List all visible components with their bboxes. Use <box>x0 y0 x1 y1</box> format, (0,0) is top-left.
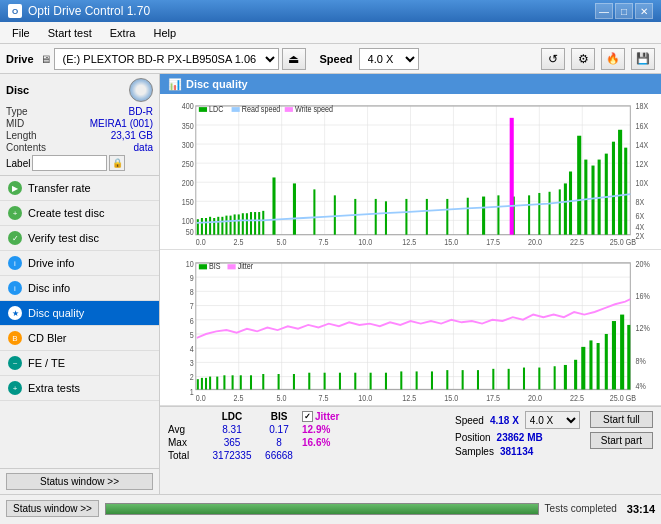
sidebar-item-drive-info[interactable]: i Drive info <box>0 251 159 276</box>
svg-rect-41 <box>385 201 387 234</box>
svg-rect-38 <box>334 195 336 234</box>
svg-rect-42 <box>405 199 407 235</box>
burn-button[interactable]: 🔥 <box>601 48 625 70</box>
sidebar-spacer <box>0 401 159 468</box>
svg-text:4: 4 <box>190 344 194 354</box>
svg-text:17.5: 17.5 <box>486 393 500 403</box>
speed-select[interactable]: 4.0 X <box>359 48 419 70</box>
speed-dropdown[interactable]: 4.0 X <box>525 411 580 429</box>
disc-length-row: Length 23,31 GB <box>6 130 153 141</box>
extra-tests-icon: + <box>8 381 22 395</box>
svg-rect-44 <box>446 199 448 235</box>
svg-text:2.5: 2.5 <box>234 393 244 403</box>
svg-rect-135 <box>385 373 387 390</box>
close-button[interactable]: ✕ <box>635 3 653 19</box>
stats-avg-bis: 0.17 <box>260 424 298 435</box>
minimize-button[interactable]: — <box>595 3 613 19</box>
position-row: Position 23862 MB <box>455 432 580 443</box>
svg-text:9: 9 <box>190 273 194 283</box>
sidebar-item-cd-bler[interactable]: B CD Bler <box>0 326 159 351</box>
start-full-button[interactable]: Start full <box>590 411 653 428</box>
jitter-checkbox[interactable]: ✓ <box>302 411 313 422</box>
settings-button[interactable]: ⚙ <box>571 48 595 70</box>
svg-rect-63 <box>510 118 514 235</box>
menu-extra[interactable]: Extra <box>102 25 144 41</box>
drive-select[interactable]: (E:) PLEXTOR BD-R PX-LB950SA 1.06 <box>54 48 279 70</box>
sidebar-item-fe-te[interactable]: ~ FE / TE <box>0 351 159 376</box>
label-lock-button[interactable]: 🔒 <box>109 155 125 171</box>
refresh-button[interactable]: ↺ <box>541 48 565 70</box>
cd-bler-icon: B <box>8 331 22 345</box>
svg-rect-120 <box>205 378 207 390</box>
disc-contents-label: Contents <box>6 142 46 153</box>
disc-info-label: Disc info <box>28 282 70 294</box>
extra-tests-label: Extra tests <box>28 382 80 394</box>
menu-start-test[interactable]: Start test <box>40 25 100 41</box>
svg-text:350: 350 <box>182 121 195 131</box>
svg-rect-133 <box>354 373 356 390</box>
disc-mid-value: MEIRA1 (001) <box>90 118 153 129</box>
sidebar-item-disc-info[interactable]: i Disc info <box>0 276 159 301</box>
drive-info-label: Drive info <box>28 257 74 269</box>
stats-ldc-header: LDC <box>208 411 256 422</box>
svg-text:7.5: 7.5 <box>318 393 328 403</box>
svg-rect-96 <box>285 107 293 112</box>
svg-rect-118 <box>197 379 199 389</box>
status-window-btn-bottom[interactable]: Status window >> <box>6 500 99 517</box>
svg-text:LDC: LDC <box>209 104 224 114</box>
stats-header: LDC BIS ✓ Jitter <box>168 411 362 422</box>
svg-text:17.5: 17.5 <box>486 238 500 248</box>
disc-panel-header: Disc <box>6 78 153 102</box>
save-button[interactable]: 💾 <box>631 48 655 70</box>
svg-rect-126 <box>250 375 252 389</box>
content-area: 📊 Disc quality <box>160 74 661 494</box>
sidebar-item-transfer-rate[interactable]: ▶ Transfer rate <box>0 176 159 201</box>
sidebar-item-verify-test-disc[interactable]: ✓ Verify test disc <box>0 226 159 251</box>
svg-rect-19 <box>201 218 203 235</box>
svg-rect-20 <box>205 218 207 235</box>
svg-rect-24 <box>221 217 223 235</box>
title-bar: O Opti Drive Control 1.70 — □ ✕ <box>0 0 661 22</box>
stats-bis-header: BIS <box>260 411 298 422</box>
svg-rect-137 <box>416 371 418 389</box>
svg-rect-27 <box>234 214 236 234</box>
top-chart-svg: 400 350 300 250 200 150 100 50 18X 16X 1… <box>160 94 661 249</box>
menu-help[interactable]: Help <box>145 25 184 41</box>
menu-bar: File Start test Extra Help <box>0 22 661 44</box>
label-input[interactable] <box>32 155 107 171</box>
svg-rect-56 <box>584 160 587 235</box>
status-time: 33:14 <box>627 503 655 515</box>
stats-total-label: Total <box>168 450 204 461</box>
status-window-button[interactable]: Status window >> <box>6 473 153 490</box>
svg-text:10X: 10X <box>635 178 648 188</box>
sidebar-item-extra-tests[interactable]: + Extra tests <box>0 376 159 401</box>
speed-label: Speed <box>455 415 484 426</box>
sidebar-item-create-test-disc[interactable]: + Create test disc <box>0 201 159 226</box>
svg-rect-47 <box>497 195 499 234</box>
eject-button[interactable]: ⏏ <box>282 48 306 70</box>
svg-rect-146 <box>554 366 556 389</box>
disc-label-input-row: Label 🔒 <box>6 155 153 171</box>
svg-text:22.5: 22.5 <box>570 238 584 248</box>
samples-row: Samples 381134 <box>455 446 580 457</box>
progress-bar-fill <box>106 504 538 514</box>
svg-text:7.5: 7.5 <box>318 238 328 248</box>
chart-header: 📊 Disc quality <box>160 74 661 94</box>
svg-rect-154 <box>620 315 624 390</box>
speed-value: 4.18 X <box>490 415 519 426</box>
svg-text:4%: 4% <box>635 382 645 392</box>
maximize-button[interactable]: □ <box>615 3 633 19</box>
sidebar-item-disc-quality[interactable]: ★ Disc quality <box>0 301 159 326</box>
start-part-button[interactable]: Start part <box>590 432 653 449</box>
menu-file[interactable]: File <box>4 25 38 41</box>
svg-rect-152 <box>605 334 608 390</box>
svg-rect-52 <box>559 189 561 234</box>
svg-text:3: 3 <box>190 358 194 368</box>
svg-rect-94 <box>232 107 240 112</box>
disc-length-value: 23,31 GB <box>111 130 153 141</box>
drive-info-icon: i <box>8 256 22 270</box>
svg-text:14X: 14X <box>635 140 648 150</box>
status-window-area: Status window >> <box>0 468 159 494</box>
svg-rect-59 <box>605 154 608 235</box>
app-icon: O <box>8 4 22 18</box>
